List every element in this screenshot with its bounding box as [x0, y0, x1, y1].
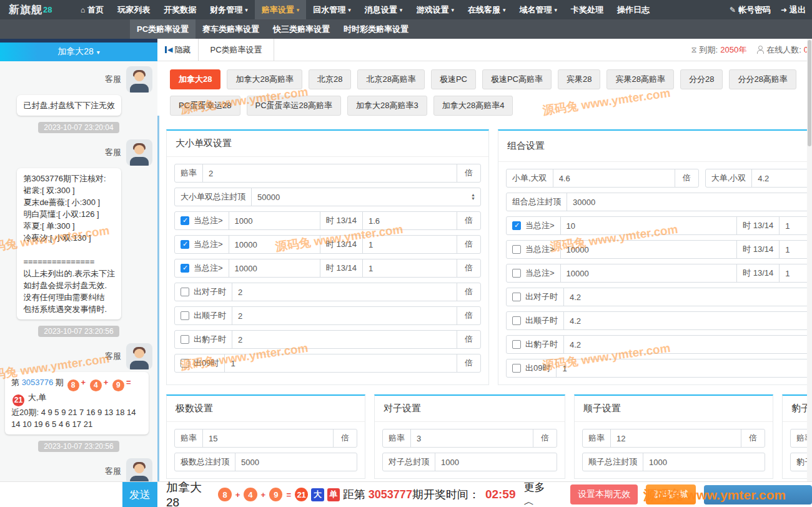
threshold-input[interactable] — [561, 264, 737, 282]
checkbox[interactable] — [512, 221, 521, 230]
chat-message-list[interactable]: 客服 已封盘,封盘线下下注无效 2023-10-07 23:20:04 客服 第… — [0, 61, 157, 481]
menu-item-message-settings[interactable]: 消息设置▾ — [358, 0, 410, 19]
number-spinner[interactable]: ▲▼ — [471, 188, 480, 206]
checkbox[interactable] — [181, 216, 189, 225]
cap-input[interactable] — [252, 188, 471, 206]
menu-item-players[interactable]: 玩家列表 — [111, 0, 157, 19]
simple-row: 出豹子时 倍 — [506, 335, 812, 354]
simple-row: 出豹子时 倍 — [174, 330, 481, 349]
rate-input[interactable] — [564, 312, 812, 329]
chat-input[interactable] — [0, 482, 122, 507]
threshold-input[interactable] — [561, 217, 737, 234]
subnav-k3-odds[interactable]: 快三类赔率设置 — [266, 19, 337, 39]
rate-input[interactable] — [363, 212, 457, 229]
checkbox[interactable] — [181, 240, 189, 249]
current-game-label: 加拿大28 — [166, 479, 213, 507]
menu-item-odds-settings[interactable]: 赔率设置▾ — [255, 0, 307, 19]
panel-title: 顺子设置 — [583, 403, 621, 414]
main-scrollbar[interactable] — [807, 39, 812, 481]
rate-input[interactable] — [232, 331, 457, 348]
menu-item-logs[interactable]: 操作日志 — [610, 0, 656, 19]
rate-input[interactable] — [363, 259, 457, 277]
checkbox[interactable] — [512, 293, 521, 301]
cap-row: 大小单双总注封顶 ▲▼ — [174, 188, 481, 206]
game-tab-canada28[interactable]: 加拿大28 — [170, 69, 220, 89]
logout-button[interactable]: ➜退出 — [776, 0, 811, 19]
menu-item-rebate[interactable]: 回水管理▾ — [306, 0, 358, 19]
more-toggle[interactable]: 更多 ︿ — [524, 480, 558, 507]
game-tab[interactable]: PC蛋蛋幸运28 — [170, 96, 240, 116]
menu-item-online-service[interactable]: 在线客服▾ — [461, 0, 513, 19]
open-tab-pc-odds[interactable]: PC类赔率设置 — [198, 39, 274, 61]
rate-input[interactable] — [232, 307, 457, 324]
rate-input[interactable] — [232, 283, 457, 301]
menu-item-prize[interactable]: 卡奖处理 — [564, 0, 610, 19]
checkbox[interactable] — [181, 264, 189, 273]
source-shop-button[interactable]: 源码商城 — [646, 484, 696, 504]
menu-item-domain[interactable]: 域名管理▾ — [512, 0, 564, 19]
rate-input[interactable] — [564, 288, 812, 306]
main-scroll-region[interactable]: 加拿大28 加拿大28高赔率 北京28 北京28高赔率 极速PC 极速PC高赔率… — [157, 62, 812, 481]
checkbox[interactable] — [181, 288, 189, 296]
rate-input[interactable] — [363, 236, 457, 253]
simple-row: 出09时 倍 — [506, 359, 812, 378]
chevron-down-icon: ▾ — [503, 7, 506, 13]
game-tab[interactable]: 加拿大28高赔率4 — [433, 96, 513, 116]
send-button[interactable]: 发送 — [122, 482, 157, 507]
subnav-racing-odds[interactable]: 赛车类赔率设置 — [196, 19, 266, 39]
checkbox[interactable] — [512, 245, 521, 254]
threshold-input[interactable] — [229, 236, 320, 253]
account-area: ✎帐号密码 ➜退出 — [725, 0, 812, 19]
checkbox[interactable] — [512, 340, 521, 349]
rate-input[interactable] — [203, 164, 457, 182]
cap-input[interactable] — [643, 453, 765, 471]
rate-input[interactable] — [752, 169, 812, 187]
rate-input[interactable] — [564, 336, 812, 353]
threshold-input[interactable] — [229, 212, 320, 229]
game-tab[interactable]: 分分28高赔率 — [729, 69, 796, 89]
game-tab[interactable]: PC蛋蛋幸运28高赔率 — [247, 96, 342, 116]
game-tab[interactable]: 分分28 — [680, 69, 723, 89]
game-tab[interactable]: 极速PC高赔率 — [482, 69, 552, 89]
subnav-ssc-odds[interactable]: 时时彩类赔率设置 — [337, 19, 415, 39]
menu-item-finance[interactable]: 财务管理▾ — [203, 0, 255, 19]
menu-item-home[interactable]: ⌂首页 — [74, 0, 111, 19]
panel-size-oddeven: 大小单双设置 赔率 倍 大小单双总注封顶 ▲▼ — [166, 129, 489, 385]
game-tab[interactable]: 北京28 — [309, 69, 351, 89]
issue-link[interactable]: 3053776 — [22, 378, 54, 387]
account-password-button[interactable]: ✎帐号密码 — [725, 0, 776, 19]
checkbox[interactable] — [181, 335, 189, 344]
checkbox[interactable] — [181, 359, 189, 368]
menu-item-draw-data[interactable]: 开奖数据 — [157, 0, 203, 19]
edit-icon: ✎ — [730, 6, 736, 14]
menu-item-game-settings[interactable]: 游戏设置▾ — [409, 0, 461, 19]
agent-name: 客服 — [105, 466, 121, 477]
threshold-input[interactable] — [229, 259, 320, 277]
rate-input[interactable] — [411, 429, 533, 447]
rate-input[interactable] — [611, 429, 741, 447]
game-tab[interactable]: 加拿大28高赔率3 — [347, 96, 427, 116]
combo-rate-row: 小单,大双 倍 — [506, 169, 699, 188]
invalidate-round-button[interactable]: 设置本期无效 — [570, 484, 638, 504]
rate-input[interactable] — [557, 359, 812, 377]
threshold-input[interactable] — [561, 241, 737, 258]
blue-button[interactable] — [704, 485, 812, 504]
chat-room-selector[interactable]: 加拿大28 ▾ — [0, 43, 157, 61]
checkbox[interactable] — [512, 316, 521, 325]
game-tab[interactable]: 北京28高赔率 — [357, 69, 424, 89]
game-tab[interactable]: 宾果28高赔率 — [607, 69, 673, 89]
checkbox[interactable] — [512, 364, 521, 373]
cap-input[interactable] — [567, 193, 812, 211]
game-tab[interactable]: 加拿大28高赔率 — [227, 69, 302, 89]
rate-input[interactable] — [225, 354, 457, 372]
game-tab[interactable]: 宾果28 — [558, 69, 600, 89]
game-tab[interactable]: 极速PC — [431, 69, 476, 89]
cap-input[interactable] — [235, 453, 357, 471]
rate-input[interactable] — [553, 169, 675, 187]
checkbox[interactable] — [512, 269, 521, 278]
rate-input[interactable] — [203, 429, 333, 447]
cap-input[interactable] — [435, 453, 557, 471]
hide-sidebar-button[interactable]: ◀ 隐藏 — [157, 39, 198, 61]
checkbox[interactable] — [181, 311, 189, 320]
subnav-pc-odds[interactable]: PC类赔率设置 — [130, 19, 196, 39]
